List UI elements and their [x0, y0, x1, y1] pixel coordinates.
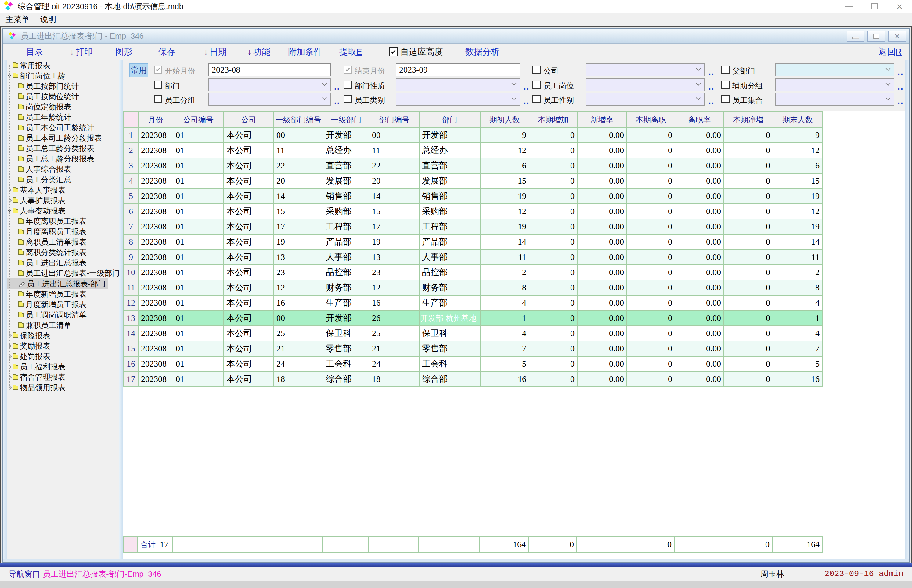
table-cell[interactable]: 15: [370, 204, 420, 219]
table-cell[interactable]: 12: [274, 280, 323, 296]
table-cell[interactable]: 直营部: [420, 158, 480, 173]
table-cell[interactable]: 0: [529, 143, 577, 158]
table-cell[interactable]: 01: [173, 173, 224, 189]
table-cell[interactable]: 人事部: [323, 250, 370, 265]
filter-more-button[interactable]: ..: [897, 67, 904, 77]
table-cell[interactable]: 0: [529, 219, 577, 234]
column-header[interactable]: 本期增加: [529, 112, 577, 128]
column-header[interactable]: 公司编号: [173, 112, 224, 128]
table-cell[interactable]: 0: [724, 234, 773, 250]
table-cell[interactable]: 0.00: [675, 158, 724, 173]
table-cell[interactable]: 21: [274, 341, 323, 357]
table-cell[interactable]: 11: [773, 250, 823, 265]
toolbar-item[interactable]: 提取E: [339, 44, 362, 60]
table-cell[interactable]: 开发部-杭州基地: [420, 311, 480, 326]
table-cell[interactable]: 0: [529, 158, 577, 173]
filter-input[interactable]: 2023-09: [396, 63, 520, 76]
row-number-cell[interactable]: 17: [124, 372, 139, 387]
table-cell[interactable]: 14: [274, 189, 323, 204]
column-header[interactable]: 本期离职: [627, 112, 675, 128]
common-filter-button[interactable]: 常用: [129, 63, 148, 77]
table-cell[interactable]: 本公司: [224, 173, 274, 189]
row-number-cell[interactable]: 6: [124, 204, 139, 219]
table-cell[interactable]: 01: [173, 341, 224, 357]
filter-more-button[interactable]: ..: [708, 67, 715, 77]
table-cell[interactable]: 13: [274, 250, 323, 265]
table-cell[interactable]: 本公司: [224, 265, 274, 280]
table-cell[interactable]: 202308: [139, 234, 173, 250]
table-cell[interactable]: 16: [480, 372, 529, 387]
table-cell[interactable]: 1: [480, 311, 529, 326]
table-cell[interactable]: 4: [480, 296, 529, 311]
table-cell[interactable]: 0: [724, 296, 773, 311]
row-number-cell[interactable]: 10: [124, 265, 139, 280]
tree-item[interactable]: 部门岗位工龄: [7, 71, 68, 81]
tree-item[interactable]: 月度新增员工报表: [7, 299, 89, 310]
table-cell[interactable]: 0.00: [675, 189, 724, 204]
table-cell[interactable]: 0: [627, 234, 675, 250]
table-cell[interactable]: 0: [529, 250, 577, 265]
table-cell[interactable]: 19: [773, 219, 823, 234]
table-cell[interactable]: 生产部: [323, 296, 370, 311]
table-cell[interactable]: 7: [773, 341, 823, 357]
table-cell[interactable]: 保卫科: [323, 326, 370, 341]
table-cell[interactable]: 总经办: [420, 143, 480, 158]
table-cell[interactable]: 本公司: [224, 341, 274, 357]
table-cell[interactable]: 本公司: [224, 204, 274, 219]
table-cell[interactable]: 14: [370, 189, 420, 204]
table-cell[interactable]: 零售部: [323, 341, 370, 357]
tree-item[interactable]: 物品领用报表: [7, 383, 68, 393]
table-cell[interactable]: 202308: [139, 311, 173, 326]
table-cell[interactable]: 0: [529, 234, 577, 250]
table-cell[interactable]: 00: [274, 128, 323, 143]
menu-item-help[interactable]: 说明: [35, 14, 61, 25]
table-cell[interactable]: 0: [724, 219, 773, 234]
table-cell[interactable]: 202308: [139, 128, 173, 143]
table-cell[interactable]: 22: [274, 158, 323, 173]
table-cell[interactable]: 202308: [139, 341, 173, 357]
tree-item[interactable]: 离职员工清单报表: [7, 237, 89, 247]
table-cell[interactable]: 开发部: [420, 128, 480, 143]
table-cell[interactable]: 0.00: [577, 128, 627, 143]
table-cell[interactable]: 0: [529, 296, 577, 311]
tree-item[interactable]: 奖励报表: [7, 341, 53, 351]
table-cell[interactable]: 5: [480, 357, 529, 372]
tree-item[interactable]: 员工按部门统计: [7, 81, 81, 91]
table-cell[interactable]: 13: [370, 250, 420, 265]
table-cell[interactable]: 0: [724, 189, 773, 204]
table-cell[interactable]: 0: [627, 280, 675, 296]
tree-item[interactable]: 宿舍管理报表: [7, 372, 68, 383]
table-cell[interactable]: 202308: [139, 296, 173, 311]
table-cell[interactable]: 0.00: [577, 265, 627, 280]
table-cell[interactable]: 本公司: [224, 357, 274, 372]
table-cell[interactable]: 0: [724, 173, 773, 189]
tree-item[interactable]: 年度离职员工报表: [7, 216, 89, 226]
table-cell[interactable]: 25: [274, 326, 323, 341]
table-cell[interactable]: 7: [480, 341, 529, 357]
table-cell[interactable]: 23: [370, 265, 420, 280]
table-cell[interactable]: 0: [724, 357, 773, 372]
table-cell[interactable]: 0.00: [675, 265, 724, 280]
tree-item[interactable]: 员工进出汇总报表-部门: [7, 278, 108, 289]
table-cell[interactable]: 0.00: [577, 280, 627, 296]
table-cell[interactable]: 20: [370, 173, 420, 189]
tree-item[interactable]: 员工进出汇总报表-一级部门: [7, 268, 119, 278]
table-cell[interactable]: 0: [627, 158, 675, 173]
table-cell[interactable]: 财务部: [420, 280, 480, 296]
table-cell[interactable]: 00: [274, 311, 323, 326]
table-cell[interactable]: 1: [773, 311, 823, 326]
filter-checkbox[interactable]: [532, 81, 541, 89]
tree-item[interactable]: 兼职员工清单: [7, 320, 74, 330]
filter-more-button[interactable]: ..: [897, 82, 904, 92]
column-header[interactable]: 期初人数: [480, 112, 529, 128]
table-cell[interactable]: 综合部: [323, 372, 370, 387]
table-cell[interactable]: 0.00: [675, 143, 724, 158]
table-cell[interactable]: 0: [529, 341, 577, 357]
table-cell[interactable]: 本公司: [224, 250, 274, 265]
table-cell[interactable]: 24: [274, 357, 323, 372]
table-cell[interactable]: 0.00: [577, 250, 627, 265]
table-cell[interactable]: 0: [529, 372, 577, 387]
table-cell[interactable]: 5: [773, 357, 823, 372]
table-cell[interactable]: 0.00: [675, 357, 724, 372]
table-cell[interactable]: 202308: [139, 372, 173, 387]
